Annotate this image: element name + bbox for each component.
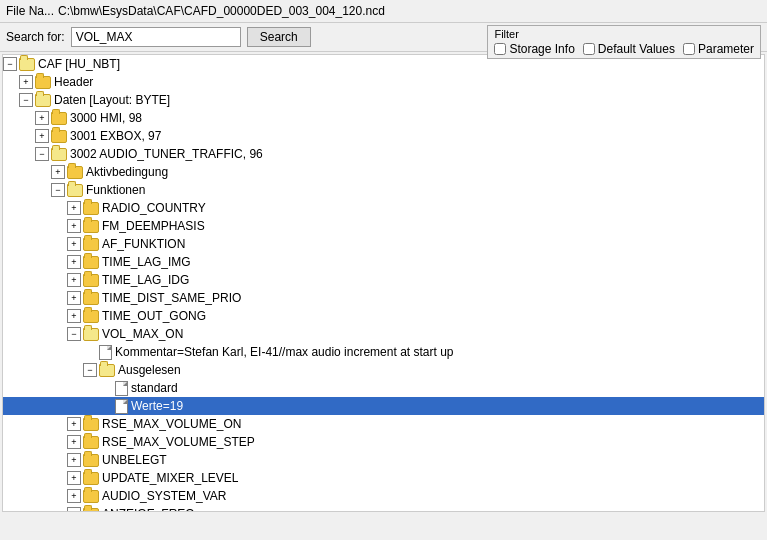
tree-row[interactable]: standard xyxy=(3,379,764,397)
tree-item-label: VOL_MAX_ON xyxy=(102,327,183,341)
tree-item-label: CAF [HU_NBT] xyxy=(38,57,120,71)
tree-expander[interactable]: + xyxy=(67,273,81,287)
folder-icon xyxy=(67,166,83,179)
tree-expander[interactable]: + xyxy=(35,111,49,125)
tree-item-label: Funktionen xyxy=(86,183,145,197)
filter-parameter-checkbox[interactable] xyxy=(683,43,695,55)
filter-default-values[interactable]: Default Values xyxy=(583,42,675,56)
tree-row[interactable]: +RSE_MAX_VOLUME_STEP xyxy=(3,433,764,451)
tree-item-label: Ausgelesen xyxy=(118,363,181,377)
tree-row[interactable]: +3001 EXBOX, 97 xyxy=(3,127,764,145)
tree-row[interactable]: +RADIO_COUNTRY xyxy=(3,199,764,217)
tree-item-label: 3000 HMI, 98 xyxy=(70,111,142,125)
folder-open-icon xyxy=(35,94,51,107)
tree-row[interactable]: +FM_DEEMPHASIS xyxy=(3,217,764,235)
tree-container: −CAF [HU_NBT]+Header−Daten [Layout: BYTE… xyxy=(2,54,765,512)
tree-item-label: Aktivbedingung xyxy=(86,165,168,179)
file-path: C:\bmw\EsysData\CAF\CAFD_00000DED_003_00… xyxy=(58,4,385,18)
tree-expander[interactable]: + xyxy=(67,201,81,215)
folder-icon xyxy=(83,454,99,467)
tree-row[interactable]: −Funktionen xyxy=(3,181,764,199)
folder-open-icon xyxy=(51,148,67,161)
tree-expander[interactable]: + xyxy=(67,507,81,512)
tree-row[interactable]: +AUDIO_SYSTEM_VAR xyxy=(3,487,764,505)
tree-expander[interactable]: − xyxy=(3,57,17,71)
folder-icon xyxy=(83,508,99,513)
tree-row[interactable]: −3002 AUDIO_TUNER_TRAFFIC, 96 xyxy=(3,145,764,163)
tree-expander[interactable]: + xyxy=(67,237,81,251)
tree-item-label: ANZEIGE_FREQ xyxy=(102,507,195,512)
folder-open-icon xyxy=(99,364,115,377)
tree-item-label: RSE_MAX_VOLUME_STEP xyxy=(102,435,255,449)
doc-icon xyxy=(115,399,128,414)
tree-expander[interactable]: − xyxy=(83,363,97,377)
tree-expander[interactable]: + xyxy=(67,291,81,305)
tree-row[interactable]: −Ausgelesen xyxy=(3,361,764,379)
tree-expander[interactable]: + xyxy=(19,75,33,89)
search-row: Search for: Search Filter Storage Info D… xyxy=(0,23,767,52)
tree-expander[interactable]: + xyxy=(35,129,49,143)
folder-icon xyxy=(83,274,99,287)
filter-parameter[interactable]: Parameter xyxy=(683,42,754,56)
tree-row[interactable]: Kommentar=Stefan Karl, EI-41//max audio … xyxy=(3,343,764,361)
tree-item-label: Werte=19 xyxy=(131,399,183,413)
tree-item-label: Daten [Layout: BYTE] xyxy=(54,93,170,107)
folder-icon xyxy=(83,238,99,251)
tree-row[interactable]: +TIME_OUT_GONG xyxy=(3,307,764,325)
tree-item-label: AUDIO_SYSTEM_VAR xyxy=(102,489,226,503)
filter-storage-info[interactable]: Storage Info xyxy=(494,42,574,56)
folder-icon xyxy=(83,490,99,503)
folder-icon xyxy=(83,256,99,269)
tree-row[interactable]: +Aktivbedingung xyxy=(3,163,764,181)
tree-row[interactable]: +3000 HMI, 98 xyxy=(3,109,764,127)
tree-expander[interactable]: + xyxy=(67,435,81,449)
tree-item-label: Header xyxy=(54,75,93,89)
search-button[interactable]: Search xyxy=(247,27,311,47)
tree-expander[interactable]: + xyxy=(51,165,65,179)
folder-icon xyxy=(83,220,99,233)
tree-item-label: UPDATE_MIXER_LEVEL xyxy=(102,471,239,485)
tree-expander[interactable]: + xyxy=(67,417,81,431)
tree-item-label: AF_FUNKTION xyxy=(102,237,185,251)
tree-expander[interactable]: − xyxy=(35,147,49,161)
filter-title: Filter xyxy=(494,28,754,40)
folder-icon xyxy=(83,310,99,323)
tree-row[interactable]: +AF_FUNKTION xyxy=(3,235,764,253)
tree-row[interactable]: +UPDATE_MIXER_LEVEL xyxy=(3,469,764,487)
folder-icon xyxy=(83,292,99,305)
search-input[interactable] xyxy=(71,27,241,47)
tree-item-label: standard xyxy=(131,381,178,395)
tree-row[interactable]: Werte=19 xyxy=(3,397,764,415)
tree-item-label: TIME_LAG_IMG xyxy=(102,255,191,269)
tree-item-label: 3002 AUDIO_TUNER_TRAFFIC, 96 xyxy=(70,147,263,161)
folder-icon xyxy=(83,418,99,431)
tree-expander[interactable]: − xyxy=(51,183,65,197)
folder-open-icon xyxy=(67,184,83,197)
tree-expander[interactable]: + xyxy=(67,255,81,269)
tree-row[interactable]: +Header xyxy=(3,73,764,91)
tree-row[interactable]: +TIME_DIST_SAME_PRIO xyxy=(3,289,764,307)
filter-default-values-checkbox[interactable] xyxy=(583,43,595,55)
tree-row[interactable]: −VOL_MAX_ON xyxy=(3,325,764,343)
tree-row[interactable]: +TIME_LAG_IDG xyxy=(3,271,764,289)
tree-item-label: 3001 EXBOX, 97 xyxy=(70,129,161,143)
tree-row[interactable]: +ANZEIGE_FREQ xyxy=(3,505,764,512)
tree-row[interactable]: −Daten [Layout: BYTE] xyxy=(3,91,764,109)
tree-item-label: RSE_MAX_VOLUME_ON xyxy=(102,417,241,431)
tree-expander[interactable]: + xyxy=(67,453,81,467)
filter-storage-info-checkbox[interactable] xyxy=(494,43,506,55)
tree-item-label: FM_DEEMPHASIS xyxy=(102,219,205,233)
tree-expander[interactable]: + xyxy=(67,309,81,323)
tree-row[interactable]: +UNBELEGT xyxy=(3,451,764,469)
tree-expander[interactable]: − xyxy=(67,327,81,341)
folder-icon xyxy=(51,112,67,125)
tree-row[interactable]: +RSE_MAX_VOLUME_ON xyxy=(3,415,764,433)
tree-expander[interactable]: + xyxy=(67,489,81,503)
tree-expander[interactable]: + xyxy=(67,471,81,485)
folder-icon xyxy=(83,202,99,215)
tree-expander[interactable]: + xyxy=(67,219,81,233)
folder-icon xyxy=(35,76,51,89)
folder-icon xyxy=(83,436,99,449)
tree-row[interactable]: +TIME_LAG_IMG xyxy=(3,253,764,271)
tree-expander[interactable]: − xyxy=(19,93,33,107)
